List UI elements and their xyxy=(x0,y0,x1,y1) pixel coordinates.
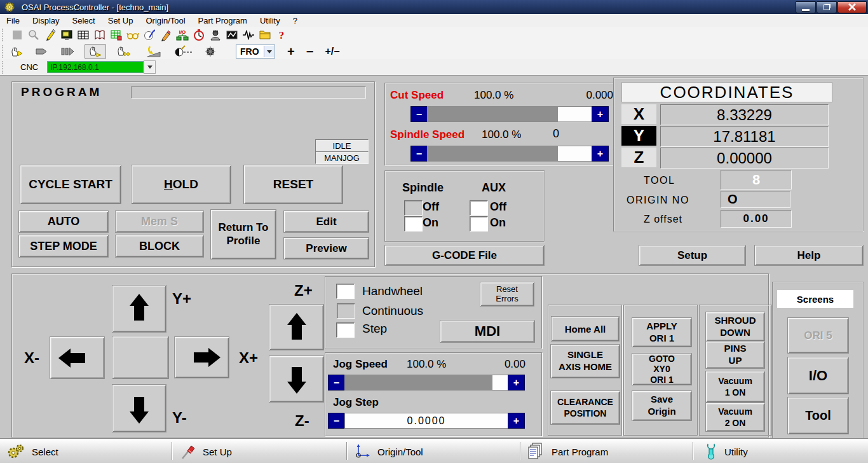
gcode-file-button[interactable]: G-CODE File xyxy=(384,245,545,266)
axis-y-label[interactable]: Y xyxy=(621,126,656,146)
reset-button[interactable]: RESET xyxy=(243,165,343,204)
io-screen-button[interactable]: I/O xyxy=(787,357,849,394)
pen-icon[interactable] xyxy=(43,28,58,42)
jog-center-button[interactable] xyxy=(112,336,169,379)
solid-arrow-icon[interactable] xyxy=(35,45,50,59)
home-all-button[interactable]: Home All xyxy=(551,316,620,342)
vacuum-1-on-button[interactable]: Vacuum 1 ON xyxy=(705,371,765,403)
help-button[interactable]: Help xyxy=(754,245,864,266)
hand-jog-fast-icon[interactable] xyxy=(115,45,134,59)
restore-button[interactable] xyxy=(817,1,837,13)
save-origin-button[interactable]: Save Origin xyxy=(632,390,692,421)
cnc-ip-field[interactable]: IP.192.168.0.1 xyxy=(47,61,144,73)
taskbar-setup[interactable]: Set Up xyxy=(180,439,232,463)
cycle-start-button[interactable]: CYCLE START xyxy=(20,165,121,204)
menu-display[interactable]: Display xyxy=(26,15,66,27)
menu-help[interactable]: ? xyxy=(287,15,304,27)
jog-x-plus-button[interactable] xyxy=(174,336,229,378)
menu-setup[interactable]: Set Up xyxy=(102,15,140,27)
aux-off-checkbox[interactable] xyxy=(470,200,488,216)
auto-button[interactable]: AUTO xyxy=(18,211,109,233)
menu-file[interactable]: File xyxy=(0,15,26,27)
jog-speed-slider[interactable] xyxy=(344,375,508,390)
menu-utility[interactable]: Utility xyxy=(254,15,287,27)
jog-y-plus-button[interactable] xyxy=(112,285,166,333)
jog-step-value-field[interactable]: 0.0000 xyxy=(344,413,508,429)
fro-dropdown[interactable]: FRO xyxy=(236,45,275,59)
screen-graph-icon[interactable] xyxy=(224,28,240,42)
minimize-button[interactable] xyxy=(796,1,816,13)
menu-part-program[interactable]: Part Program xyxy=(192,15,254,27)
mdi-button[interactable]: MDI xyxy=(440,320,535,343)
monitor-icon[interactable] xyxy=(59,28,74,42)
cnc-ip-dropdown-arrow-icon[interactable] xyxy=(144,60,156,74)
clock-icon[interactable] xyxy=(191,28,207,42)
waveform-icon[interactable] xyxy=(241,28,256,42)
zoom-icon[interactable] xyxy=(26,28,41,42)
spindle-speed-slider[interactable] xyxy=(427,146,592,162)
spoke-circle-icon[interactable] xyxy=(203,45,218,59)
hand-jog-icon[interactable] xyxy=(85,44,106,59)
shroud-down-button[interactable]: SHROUD DOWN xyxy=(705,312,765,342)
glasses-icon[interactable] xyxy=(125,28,140,42)
cut-speed-slider[interactable] xyxy=(427,106,592,122)
close-button[interactable] xyxy=(837,1,867,13)
grid-icon[interactable] xyxy=(76,28,91,42)
pins-up-button[interactable]: PINS UP xyxy=(705,341,765,369)
spindle-off-checkbox[interactable] xyxy=(404,200,423,216)
apply-ori-1-button[interactable]: APPLY ORI 1 xyxy=(632,317,692,347)
program-name-field[interactable] xyxy=(131,86,366,99)
step-arrow-icon[interactable] xyxy=(60,45,76,59)
cut-speed-minus-button[interactable]: − xyxy=(410,106,428,122)
jog-speed-minus-button[interactable]: − xyxy=(328,375,345,390)
handwheel-checkbox[interactable] xyxy=(336,284,355,299)
clearance-position-button[interactable]: CLEARANCE POSITION xyxy=(550,390,620,425)
jog-x-minus-button[interactable] xyxy=(50,336,105,379)
jog-z-minus-button[interactable] xyxy=(269,356,324,403)
fro-dropdown-arrow-icon[interactable] xyxy=(264,46,274,57)
grid-edit-icon[interactable] xyxy=(109,28,124,42)
single-axis-home-button[interactable]: SINGLE AXIS HOME xyxy=(550,344,620,378)
jog-y-minus-button[interactable] xyxy=(112,384,166,432)
pencil-icon[interactable] xyxy=(158,28,173,42)
operator-icon[interactable] xyxy=(208,28,223,42)
block-button[interactable]: BLOCK xyxy=(115,235,204,258)
jog-z-plus-button[interactable] xyxy=(269,304,324,350)
menu-select[interactable]: Select xyxy=(66,15,102,27)
spindle-speed-plus-button[interactable]: + xyxy=(592,146,609,162)
setup-button[interactable]: Setup xyxy=(639,245,746,266)
step-checkbox[interactable] xyxy=(336,322,355,338)
return-to-profile-button[interactable]: Return To Profile xyxy=(210,209,276,259)
reset-errors-button[interactable]: Reset Errors xyxy=(480,282,534,307)
jog-speed-plus-button[interactable]: + xyxy=(508,375,525,390)
continuous-checkbox[interactable] xyxy=(337,303,355,319)
spindle-speed-minus-button[interactable]: − xyxy=(410,146,428,162)
goto-xy0-ori-1-button[interactable]: GOTO XY0 ORI 1 xyxy=(632,353,692,385)
io-icon[interactable]: I/O xyxy=(175,28,190,42)
cut-speed-plus-button[interactable]: + xyxy=(592,106,609,122)
preview-button[interactable]: Preview xyxy=(283,237,369,259)
taskbar-select[interactable]: Select xyxy=(6,439,58,463)
hold-button[interactable]: HOLD xyxy=(131,165,231,204)
feed-plusminus-button[interactable]: +/− xyxy=(325,45,339,58)
return-profile-icon[interactable] xyxy=(144,45,163,59)
palette-icon[interactable] xyxy=(142,28,157,42)
taskbar-origin-tool[interactable]: Origin/Tool xyxy=(353,439,423,463)
aux-on-checkbox[interactable] xyxy=(470,216,488,232)
book-icon[interactable] xyxy=(92,28,107,42)
jog-step-plus-button[interactable]: + xyxy=(508,413,525,429)
hand-start-icon[interactable] xyxy=(10,45,25,59)
tool-screen-button[interactable]: Tool xyxy=(787,397,849,434)
ori-5-button[interactable]: ORI 5 xyxy=(787,317,849,354)
axis-x-label[interactable]: X xyxy=(621,104,656,124)
folder-icon[interactable] xyxy=(257,28,273,42)
compass-icon[interactable] xyxy=(173,45,194,59)
vacuum-2-on-button[interactable]: Vacuum 2 ON xyxy=(705,403,765,432)
axis-z-label[interactable]: Z xyxy=(621,148,656,167)
taskbar-part-program[interactable]: Part Program xyxy=(526,439,608,463)
edit-button[interactable]: Edit xyxy=(283,211,369,233)
spindle-on-checkbox[interactable] xyxy=(404,216,423,232)
step-mode-button[interactable]: STEP MODE xyxy=(18,235,109,258)
taskbar-utility[interactable]: Utility xyxy=(704,439,748,463)
mem-s-button[interactable]: Mem S xyxy=(115,211,204,233)
